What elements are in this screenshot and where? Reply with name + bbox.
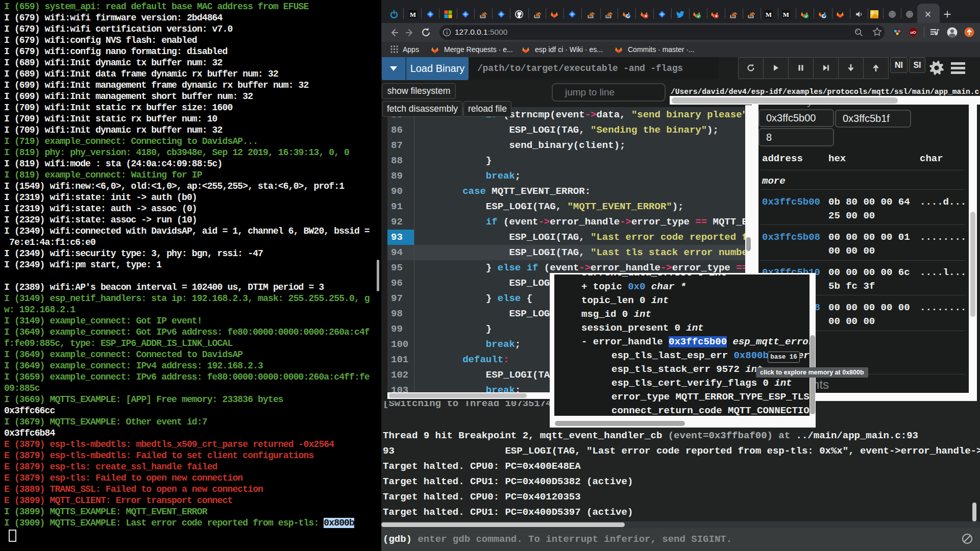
svg-text:M: M bbox=[783, 11, 789, 18]
svg-text:uO: uO bbox=[910, 30, 916, 35]
svg-text:M: M bbox=[766, 11, 772, 18]
svg-text:M: M bbox=[410, 11, 416, 18]
